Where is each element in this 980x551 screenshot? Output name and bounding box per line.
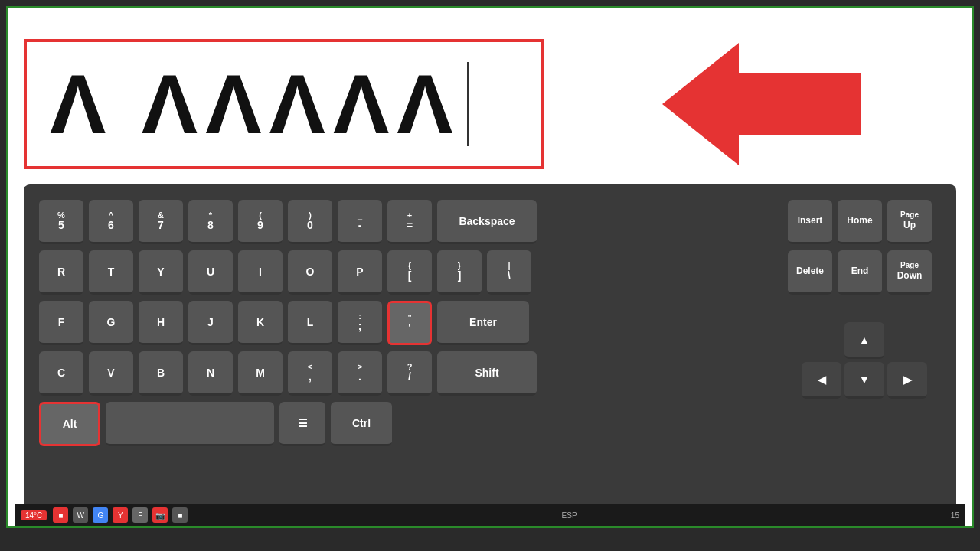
key-m[interactable]: M bbox=[238, 351, 283, 396]
key-b[interactable]: B bbox=[139, 351, 183, 396]
key-7[interactable]: & 7 bbox=[139, 200, 183, 244]
arrow-cluster: ▲ ◀ ▼ ▶ bbox=[788, 322, 941, 399]
taskbar: 14°C ■ W G Y F 📷 ■ ESP 15 bbox=[15, 504, 965, 526]
taskbar-icon-4[interactable]: Y bbox=[113, 507, 128, 523]
taskbar-icon-7[interactable]: ■ bbox=[172, 507, 188, 523]
arrow-head bbox=[662, 43, 739, 165]
key-f[interactable]: F bbox=[39, 301, 83, 345]
gap bbox=[788, 301, 941, 316]
key-lbracket[interactable]: { [ bbox=[387, 250, 432, 295]
key-space[interactable] bbox=[106, 402, 274, 446]
key-k[interactable]: K bbox=[238, 301, 283, 345]
qwerty-row: R T Y U I O bbox=[39, 250, 776, 295]
screen: Λ ΛΛΛΛΛ % 5 bbox=[0, 0, 980, 551]
taskbar-time: 15 bbox=[951, 511, 959, 520]
key-semicolon[interactable]: : ; bbox=[338, 301, 382, 345]
key-enter[interactable]: Enter bbox=[437, 301, 529, 345]
key-9[interactable]: ( 9 bbox=[238, 200, 283, 244]
key-home[interactable]: Home bbox=[838, 200, 882, 244]
arrow-up-row: ▲ bbox=[788, 322, 941, 359]
key-v[interactable]: V bbox=[89, 351, 133, 396]
home-row: F G H J K L bbox=[39, 301, 776, 345]
key-i[interactable]: I bbox=[238, 250, 283, 295]
nav-row-2: Delete End Page Down bbox=[788, 250, 941, 295]
key-comma[interactable]: < , bbox=[288, 351, 332, 396]
bottom-row: C V B N M < , bbox=[39, 351, 776, 396]
key-rbracket[interactable]: } ] bbox=[437, 250, 482, 295]
key-arrow-left[interactable]: ◀ bbox=[802, 362, 841, 399]
taskbar-icon-3[interactable]: G bbox=[93, 507, 108, 523]
key-end[interactable]: End bbox=[838, 250, 882, 295]
top-section: Λ ΛΛΛΛΛ bbox=[24, 24, 956, 184]
caret-box: Λ ΛΛΛΛΛ bbox=[24, 39, 544, 169]
key-j[interactable]: J bbox=[188, 301, 233, 345]
key-n[interactable]: N bbox=[188, 351, 233, 396]
keyboard-main: % 5 ^ 6 & 7 * 8 bbox=[39, 200, 776, 503]
key-backspace[interactable]: Backspace bbox=[437, 200, 537, 244]
key-arrow-down[interactable]: ▼ bbox=[844, 362, 884, 399]
key-o[interactable]: O bbox=[288, 250, 332, 295]
key-arrow-up[interactable]: ▲ bbox=[844, 322, 884, 359]
key-t[interactable]: T bbox=[89, 250, 133, 295]
key-arrow-right[interactable]: ▶ bbox=[887, 362, 927, 399]
key-slash[interactable]: ? / bbox=[387, 351, 432, 396]
key-h[interactable]: H bbox=[139, 301, 183, 345]
key-menu[interactable]: ☰ bbox=[279, 402, 325, 446]
caret-symbols: Λ ΛΛΛΛΛ bbox=[50, 62, 461, 146]
taskbar-icon-5[interactable]: F bbox=[132, 507, 148, 523]
key-delete[interactable]: Delete bbox=[788, 250, 832, 295]
content-area: Λ ΛΛΛΛΛ % 5 bbox=[6, 6, 974, 528]
keyboard-section: % 5 ^ 6 & 7 * 8 bbox=[24, 184, 956, 518]
key-quote[interactable]: " ' bbox=[387, 301, 432, 345]
key-r[interactable]: R bbox=[39, 250, 83, 295]
red-arrow bbox=[662, 43, 861, 165]
taskbar-temp: 14°C bbox=[21, 510, 47, 520]
key-minus[interactable]: _ - bbox=[338, 200, 382, 244]
key-insert[interactable]: Insert bbox=[788, 200, 832, 244]
key-ctrl[interactable]: Ctrl bbox=[331, 402, 392, 446]
key-shift[interactable]: Shift bbox=[437, 351, 537, 396]
key-alt[interactable]: Alt bbox=[39, 402, 100, 446]
keyboard-right: Insert Home Page Up Delete bbox=[788, 200, 941, 503]
key-equals[interactable]: + = bbox=[387, 200, 432, 244]
taskbar-icons: ■ W G Y F 📷 ■ bbox=[53, 507, 188, 523]
arrow-container bbox=[567, 43, 956, 165]
key-u[interactable]: U bbox=[188, 250, 233, 295]
number-row: % 5 ^ 6 & 7 * 8 bbox=[39, 200, 776, 244]
arrow-body bbox=[739, 73, 861, 135]
key-y[interactable]: Y bbox=[139, 250, 183, 295]
key-pagedown[interactable]: Page Down bbox=[887, 250, 932, 295]
key-8[interactable]: * 8 bbox=[188, 200, 233, 244]
key-g[interactable]: G bbox=[89, 301, 133, 345]
cursor-line bbox=[467, 62, 469, 146]
arrow-mid-row: ◀ ▼ ▶ bbox=[788, 362, 941, 399]
nav-row-1: Insert Home Page Up bbox=[788, 200, 941, 244]
key-p[interactable]: P bbox=[338, 250, 382, 295]
taskbar-icon-1[interactable]: ■ bbox=[53, 507, 68, 523]
taskbar-lang: ESP bbox=[562, 511, 577, 520]
key-6[interactable]: ^ 6 bbox=[89, 200, 133, 244]
key-pageup[interactable]: Page Up bbox=[887, 200, 932, 244]
key-l[interactable]: L bbox=[288, 301, 332, 345]
key-period[interactable]: > . bbox=[338, 351, 382, 396]
key-0[interactable]: ) 0 bbox=[288, 200, 332, 244]
key-c[interactable]: C bbox=[39, 351, 83, 396]
key-5[interactable]: % 5 bbox=[39, 200, 83, 244]
key-backslash[interactable]: | \ bbox=[487, 250, 531, 295]
modifier-row: Alt ☰ Ctrl bbox=[39, 402, 776, 446]
taskbar-icon-2[interactable]: W bbox=[73, 507, 88, 523]
taskbar-icon-6[interactable]: 📷 bbox=[152, 507, 168, 523]
